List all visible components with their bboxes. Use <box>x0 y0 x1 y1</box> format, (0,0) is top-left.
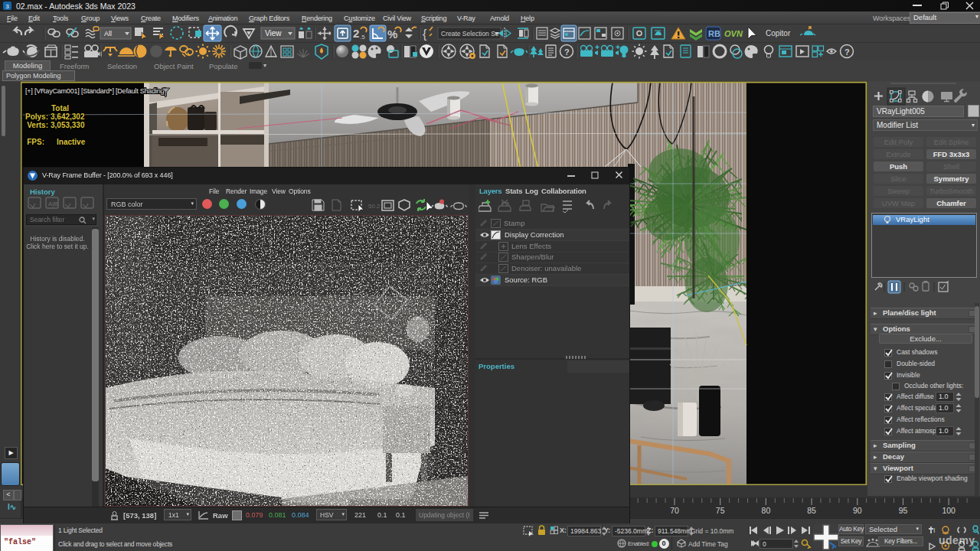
svg-text:75: 75 <box>716 506 725 515</box>
svg-text:80: 80 <box>762 506 771 515</box>
svg-text:Total: Total <box>51 104 69 112</box>
svg-text:50.2: 50.2 <box>368 203 381 210</box>
svg-text:3,642,302: 3,642,302 <box>51 112 85 121</box>
svg-text:{: { <box>423 28 427 41</box>
svg-text:[+] [VRayCam001] [Standard*] [: [+] [VRayCam001] [Standard*] [Default Sh… <box>25 87 166 95</box>
svg-text:3: 3 <box>5 3 9 10</box>
svg-text:I: I <box>933 527 936 534</box>
svg-text:2: 2 <box>353 27 359 40</box>
svg-text:70: 70 <box>670 506 679 515</box>
svg-text:Create Selection Se: Create Selection Se <box>441 30 499 37</box>
svg-text:3,053,330: 3,053,330 <box>51 121 85 129</box>
svg-text:95: 95 <box>899 506 908 515</box>
svg-text:View: View <box>265 29 282 37</box>
svg-text:100: 100 <box>942 506 956 515</box>
svg-text:Verts:: Verts: <box>27 121 48 129</box>
svg-text:90: 90 <box>853 506 862 515</box>
svg-text:All: All <box>104 30 112 37</box>
svg-text:Inactive: Inactive <box>57 138 86 146</box>
svg-text:?: ? <box>844 47 850 57</box>
svg-text:85: 85 <box>807 506 816 515</box>
svg-text:?: ? <box>564 47 570 57</box>
svg-text:%: % <box>387 28 397 41</box>
svg-text:FPS:: FPS: <box>27 138 44 146</box>
svg-text:.5: .5 <box>360 34 365 41</box>
svg-text:RB: RB <box>708 29 720 38</box>
svg-text:A|B: A|B <box>48 201 58 207</box>
svg-text:OVN: OVN <box>724 29 743 38</box>
svg-text:Copitor: Copitor <box>766 29 791 37</box>
svg-text:Polys:: Polys: <box>25 112 48 121</box>
